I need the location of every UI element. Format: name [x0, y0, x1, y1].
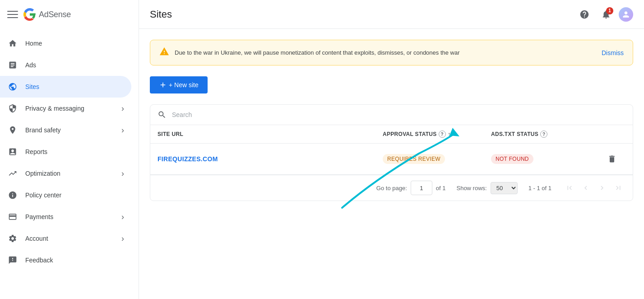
sidebar-item-account[interactable]: Account ›: [0, 228, 131, 249]
sidebar-item-ads[interactable]: Ads: [0, 54, 131, 76]
first-page-button[interactable]: [562, 181, 577, 195]
table-header: Site URL Approval status ? ↑ Ads.txt sta…: [150, 125, 633, 144]
brand-safety-expand-icon: ›: [121, 126, 124, 135]
sidebar-item-ads-label: Ads: [25, 61, 36, 69]
sites-icon: [7, 81, 18, 92]
rows-per-page-select[interactable]: 50 25 100: [491, 182, 518, 194]
new-site-label: + New site: [169, 81, 199, 89]
sidebar-item-optimization-label: Optimization: [25, 170, 60, 177]
adsense-text: AdSense: [39, 10, 71, 19]
sidebar-item-reports-label: Reports: [25, 148, 47, 155]
show-rows-label: Show rows:: [456, 185, 486, 192]
col-header-ads-txt: Ads.txt status ?: [491, 131, 604, 138]
main-area: Sites 1 Due to the wa: [139, 0, 644, 299]
logo: AdSense: [23, 8, 71, 21]
search-icon: [158, 110, 167, 119]
content-area: Due to the war in Ukraine, we will pause…: [139, 29, 644, 299]
top-bar: Sites 1: [139, 0, 644, 29]
brand-safety-icon: [7, 125, 18, 135]
reports-icon: [7, 146, 18, 157]
privacy-expand-icon: ›: [121, 104, 124, 113]
search-input[interactable]: [172, 111, 625, 118]
warning-banner: Due to the war in Ukraine, we will pause…: [150, 40, 633, 65]
payments-icon: [7, 211, 18, 222]
google-logo-icon: [23, 8, 36, 21]
col-header-site-url: Site URL: [158, 131, 383, 137]
plus-icon: [159, 81, 167, 89]
pagination-count: 1 - 1 of 1: [528, 185, 551, 192]
sidebar-item-payments[interactable]: Payments ›: [0, 206, 131, 228]
feedback-icon: [7, 255, 18, 266]
sidebar-item-payments-label: Payments: [25, 213, 53, 220]
sidebar-item-sites[interactable]: Sites: [0, 76, 131, 98]
table-row: firequizzes.com Requires review Not foun…: [150, 144, 633, 175]
home-icon: [7, 38, 18, 49]
next-page-button[interactable]: [595, 181, 609, 195]
approval-sort-icon[interactable]: ↑: [448, 131, 451, 138]
go-to-page-label: Go to page:: [376, 185, 407, 192]
approval-help-icon[interactable]: ?: [439, 131, 446, 138]
sidebar-header: AdSense: [0, 0, 139, 29]
sidebar-item-feedback[interactable]: Feedback: [0, 249, 131, 271]
top-bar-actions: 1: [575, 5, 633, 23]
sidebar-item-brand-safety-label: Brand safety: [25, 126, 61, 134]
sidebar: AdSense Home Ads Sites Privacy &: [0, 0, 139, 299]
sidebar-item-home-label: Home: [25, 40, 42, 47]
avatar-icon: [621, 10, 630, 19]
optimization-icon: [7, 168, 18, 179]
dismiss-button[interactable]: Dismiss: [602, 49, 624, 56]
sidebar-item-account-label: Account: [25, 235, 48, 242]
row-actions-cell: [604, 151, 625, 167]
notification-button[interactable]: 1: [597, 5, 615, 23]
search-bar: [150, 105, 633, 125]
sidebar-item-brand-safety[interactable]: Brand safety ›: [0, 119, 131, 141]
sidebar-item-privacy[interactable]: Privacy & messaging ›: [0, 98, 131, 119]
account-expand-icon: ›: [121, 234, 124, 243]
main-content-wrapper: Sites 1 Due to the wa: [139, 0, 644, 299]
account-icon: [7, 233, 18, 244]
notification-badge: 1: [606, 7, 613, 14]
approval-status-badge: Requires review: [383, 154, 445, 164]
site-url-link[interactable]: firequizzes.com: [158, 155, 218, 163]
approval-status-cell: Requires review: [383, 154, 491, 164]
pagination: Go to page: of 1 Show rows: 50 25 100 1 …: [150, 175, 633, 201]
sidebar-item-policy-label: Policy center: [25, 192, 61, 199]
sidebar-item-privacy-label: Privacy & messaging: [25, 105, 84, 112]
privacy-icon: [7, 103, 18, 114]
sidebar-item-policy-center[interactable]: Policy center: [0, 184, 131, 206]
sites-table: Site URL Approval status ? ↑ Ads.txt sta…: [150, 104, 633, 201]
menu-button[interactable]: [7, 9, 18, 20]
optimization-expand-icon: ›: [121, 169, 124, 178]
show-rows: Show rows: 50 25 100: [456, 182, 517, 194]
sidebar-item-reports[interactable]: Reports: [0, 141, 131, 163]
sidebar-item-home[interactable]: Home: [0, 33, 131, 54]
ads-txt-help-icon[interactable]: ?: [540, 131, 547, 138]
policy-icon: [7, 190, 18, 201]
payments-expand-icon: ›: [121, 212, 124, 222]
new-site-button[interactable]: + New site: [150, 76, 208, 93]
pagination-nav: [562, 181, 625, 195]
last-page-button[interactable]: [611, 181, 625, 195]
banner-text: Due to the war in Ukraine, we will pause…: [175, 49, 596, 56]
delete-button[interactable]: [604, 151, 620, 167]
site-url-cell: firequizzes.com: [158, 155, 383, 163]
avatar[interactable]: [619, 7, 633, 22]
page-title: Sites: [150, 9, 172, 20]
sidebar-nav: Home Ads Sites Privacy & messaging ›: [0, 29, 139, 299]
page-number-input[interactable]: [411, 181, 432, 195]
ads-txt-status-badge: Not found: [491, 154, 533, 164]
of-label: of 1: [436, 185, 446, 192]
help-button[interactable]: [575, 5, 593, 23]
go-to-page: Go to page: of 1: [376, 181, 446, 195]
warning-icon: [159, 47, 169, 59]
col-header-approval: Approval status ? ↑: [383, 131, 491, 138]
sidebar-item-sites-label: Sites: [25, 83, 39, 90]
sidebar-item-feedback-label: Feedback: [25, 257, 53, 264]
prev-page-button[interactable]: [579, 181, 593, 195]
help-icon: [579, 9, 589, 19]
ads-icon: [7, 60, 18, 70]
sidebar-item-optimization[interactable]: Optimization ›: [0, 163, 131, 184]
ads-txt-status-cell: Not found: [491, 154, 604, 164]
